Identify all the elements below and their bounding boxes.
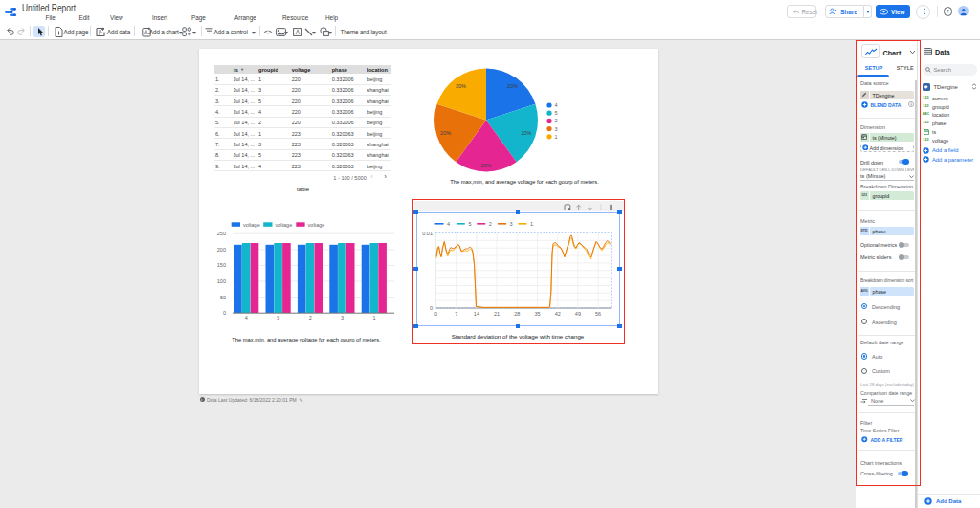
svg-text:A: A	[295, 28, 300, 34]
